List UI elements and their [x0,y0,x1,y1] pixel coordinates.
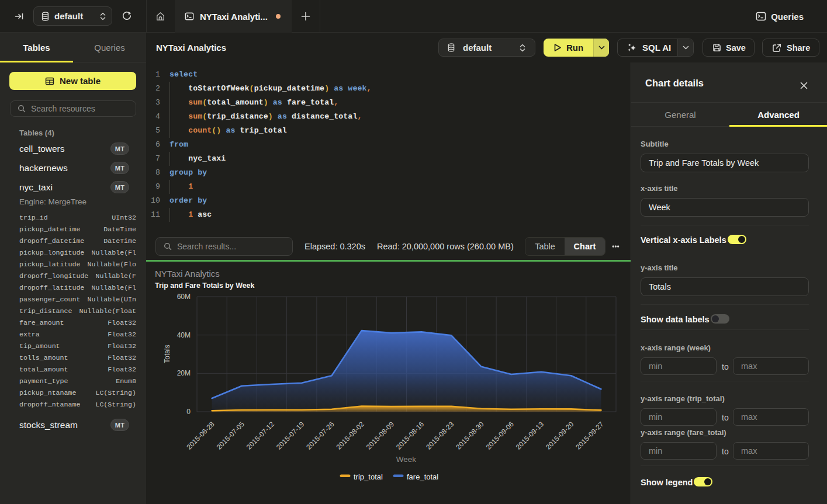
svg-text:2015-09-13: 2015-09-13 [514,420,546,451]
svg-text:2015-09-20: 2015-09-20 [544,420,576,451]
svg-text:2015-07-26: 2015-07-26 [304,420,336,451]
svg-text:NYTaxi Analytics: NYTaxi Analytics [155,269,220,279]
svg-text:2015-07-12: 2015-07-12 [245,420,276,451]
svg-text:Week: Week [396,455,417,464]
svg-text:40M: 40M [177,331,191,339]
svg-text:2015-08-16: 2015-08-16 [395,420,426,451]
svg-text:60M: 60M [177,293,191,301]
svg-text:trip_total: trip_total [354,472,383,481]
svg-text:2015-08-30: 2015-08-30 [454,420,486,451]
svg-text:2015-06-28: 2015-06-28 [185,420,216,451]
svg-text:2015-07-19: 2015-07-19 [275,420,306,451]
svg-text:2015-08-23: 2015-08-23 [424,420,456,451]
svg-text:2015-08-09: 2015-08-09 [365,420,396,451]
svg-text:2015-09-06: 2015-09-06 [485,420,516,451]
svg-text:2015-08-02: 2015-08-02 [335,420,366,451]
svg-text:20M: 20M [177,369,191,377]
svg-text:2015-09-27: 2015-09-27 [574,420,605,451]
svg-text:0: 0 [186,408,191,416]
svg-text:Totals: Totals [163,345,171,363]
svg-text:Trip and Fare Totals by Week: Trip and Fare Totals by Week [155,281,254,290]
svg-text:fare_total: fare_total [407,472,438,481]
svg-text:2015-07-05: 2015-07-05 [215,420,247,451]
